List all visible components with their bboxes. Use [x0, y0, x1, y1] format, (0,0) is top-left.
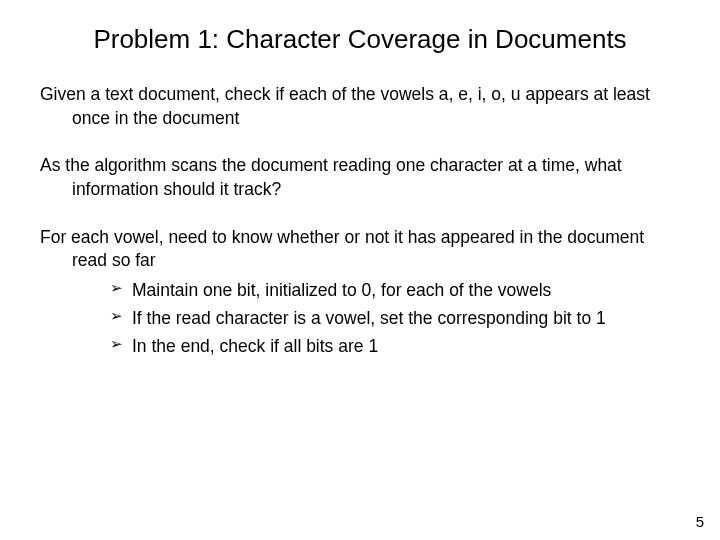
paragraph-problem-statement: Given a text document, check if each of … [40, 83, 680, 130]
paragraph-question: As the algorithm scans the document read… [40, 154, 680, 201]
bullet-item: If the read character is a vowel, set th… [110, 305, 680, 331]
bullet-list: Maintain one bit, initialized to 0, for … [40, 277, 680, 360]
bullet-item: Maintain one bit, initialized to 0, for … [110, 277, 680, 303]
bullet-item: In the end, check if all bits are 1 [110, 333, 680, 359]
slide-title: Problem 1: Character Coverage in Documen… [40, 24, 680, 55]
slide-content: Problem 1: Character Coverage in Documen… [0, 0, 720, 360]
page-number: 5 [696, 513, 704, 530]
paragraph-answer-intro: For each vowel, need to know whether or … [40, 226, 680, 273]
